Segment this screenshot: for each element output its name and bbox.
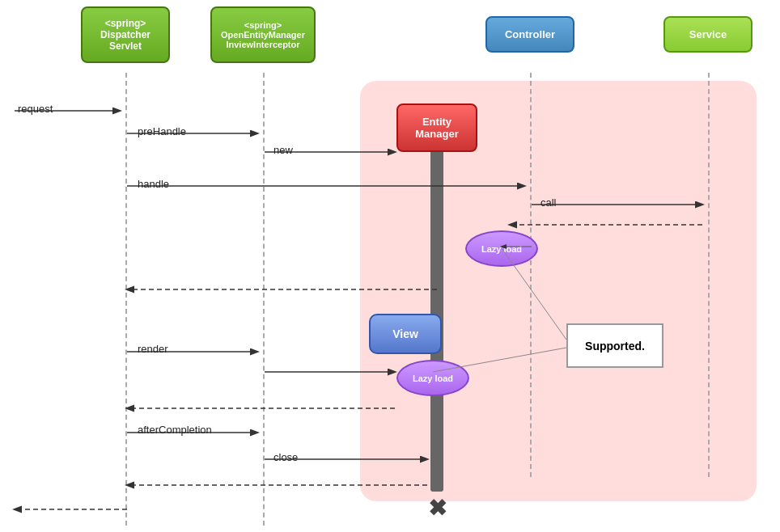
label-aftercompletion: afterCompletion [138,424,212,436]
lazy-load-1-node: Lazy load [465,230,538,267]
controller-node: Controller [485,16,574,53]
lazy-load-2-node: Lazy load [396,360,469,396]
lifeline-entitymanager-bar [430,128,443,492]
supported-box: Supported. [566,323,663,368]
lifeline-dispatcher [125,73,127,526]
service-node: Service [663,16,752,53]
lifeline-service [708,73,710,477]
lifeline-end-x: ✖ [422,493,451,522]
label-close: close [273,451,298,463]
lifeline-controller [530,73,532,477]
label-render: render [138,343,168,355]
lifeline-openentity [263,73,265,526]
label-request: request [18,103,53,115]
openentity-interceptor-node: <spring>OpenEntityManagerInviewIntercept… [210,6,316,63]
dispatcher-servlet-node: <spring> Dispatcher Servlet [81,6,170,63]
label-handle: handle [138,178,169,190]
label-new: new [273,144,293,156]
entitymanager-node: EntityManager [396,103,477,152]
label-prehandle: preHandle [138,125,186,137]
label-call: call [540,196,557,209]
diagram-container: <spring> Dispatcher Servlet <spring>Open… [0,0,780,532]
view-node: View [369,314,442,354]
